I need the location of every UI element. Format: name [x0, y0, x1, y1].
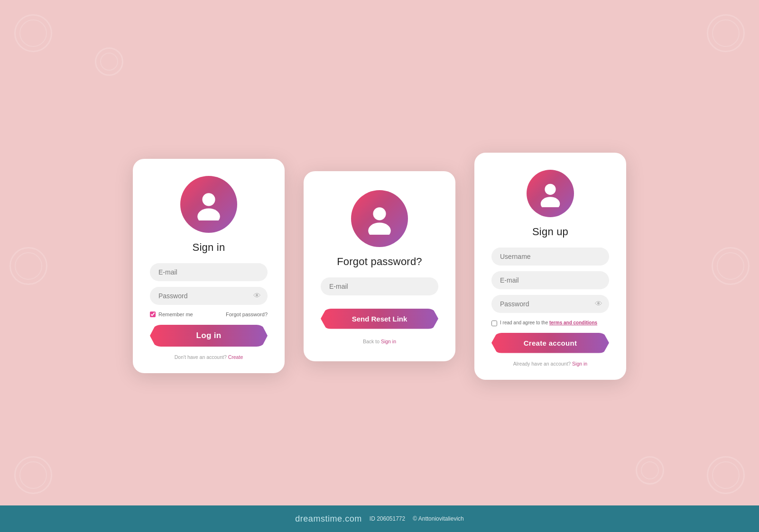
create-account-button[interactable]: Create account [491, 333, 609, 353]
author-info: © Anttoniovitalievich [413, 515, 464, 522]
user-icon [363, 202, 396, 235]
signup-password-wrapper: 👁 [491, 295, 609, 313]
forgot-title: Forgot password? [337, 256, 422, 268]
user-icon [193, 188, 225, 220]
forgot-card: Forgot password? Send Reset Link Back to… [304, 171, 455, 361]
forgot-subtext: Back to Sign in [363, 339, 396, 344]
create-account-link[interactable]: Create [228, 354, 243, 360]
login-button[interactable]: Log in [150, 325, 268, 347]
image-id: ID 206051772 [370, 515, 405, 522]
svg-point-5 [541, 197, 560, 207]
decorative-swirl [14, 456, 52, 494]
signin-password-input[interactable] [150, 287, 268, 305]
bottom-bar: dreamstime.com ID 206051772 © Anttoniovi… [0, 505, 759, 532]
signup-email-input[interactable] [491, 271, 609, 289]
forgot-avatar [351, 190, 408, 247]
terms-link[interactable]: terms and conditions [549, 320, 597, 325]
signup-avatar [527, 170, 574, 217]
terms-row: I read and agree to the terms and condit… [491, 320, 609, 326]
signup-subtext: Already have an account? Sign in [513, 361, 587, 367]
decorative-swirl [712, 247, 750, 285]
terms-text: I read and agree to the terms and condit… [500, 320, 597, 326]
signup-password-toggle-icon[interactable]: 👁 [595, 300, 602, 308]
password-toggle-icon[interactable]: 👁 [253, 292, 261, 300]
signin-title: Sign in [193, 241, 225, 254]
decorative-swirl [707, 456, 745, 494]
decorative-swirl [9, 247, 47, 285]
signin-subtext: Don't have an account? Create [175, 354, 243, 360]
terms-checkbox[interactable] [491, 321, 497, 326]
signin-email-input[interactable] [150, 263, 268, 281]
svg-point-0 [202, 193, 215, 206]
signup-password-input[interactable] [491, 295, 609, 313]
signin-card: Sign in 👁 Remember me Forgot password? L… [133, 159, 285, 373]
signin-password-wrapper: 👁 [150, 287, 268, 305]
decorative-swirl [14, 14, 52, 52]
remember-me-checkbox[interactable] [150, 312, 156, 317]
forgot-email-input[interactable] [321, 277, 438, 295]
decorative-swirl [707, 14, 745, 52]
user-icon [537, 180, 564, 207]
decorative-swirl [95, 47, 123, 76]
remember-me-label[interactable]: Remember me [150, 312, 193, 317]
signin-link[interactable]: Sign in [572, 361, 587, 367]
forgot-password-link[interactable]: Forgot password? [226, 312, 268, 317]
signin-options-row: Remember me Forgot password? [150, 312, 268, 317]
svg-point-1 [197, 209, 220, 221]
svg-point-3 [368, 222, 391, 235]
cards-container: Sign in 👁 Remember me Forgot password? L… [133, 153, 626, 380]
signup-card: Sign up 👁 I read and agree to the terms … [474, 153, 626, 380]
svg-point-2 [373, 207, 386, 220]
signin-avatar [180, 176, 237, 233]
decorative-swirl [636, 456, 664, 485]
signup-username-input[interactable] [491, 248, 609, 266]
signup-title: Sign up [532, 226, 568, 238]
dreamstime-logo: dreamstime.com [295, 514, 362, 524]
back-to-signin-link[interactable]: Sign in [381, 339, 396, 344]
send-reset-button[interactable]: Send Reset Link [321, 309, 438, 329]
svg-point-4 [545, 183, 555, 194]
